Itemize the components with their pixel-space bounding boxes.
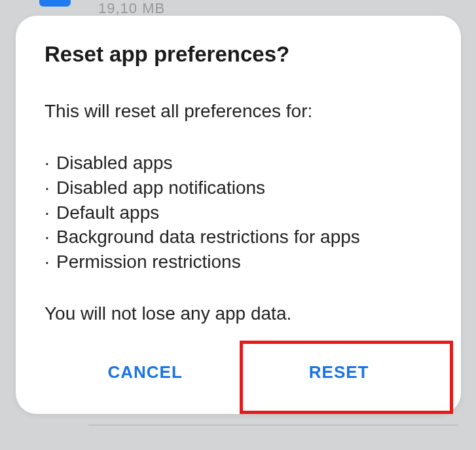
dialog-button-row: CANCEL RESET: [45, 343, 432, 414]
bullet-icon: ·: [45, 250, 56, 274]
list-item: · Disabled app notifications: [45, 176, 432, 200]
bullet-icon: ·: [45, 151, 56, 176]
dialog-intro-text: This will reset all preferences for:: [45, 101, 432, 122]
list-item: · Permission restrictions: [45, 250, 432, 274]
reset-items-list: · Disabled apps · Disabled app notificat…: [45, 151, 432, 274]
bullet-icon: ·: [45, 176, 56, 200]
background-divider: [88, 424, 458, 426]
bullet-icon: ·: [45, 200, 56, 225]
dialog-footnote: You will not lose any app data.: [45, 303, 432, 324]
bullet-icon: ·: [45, 225, 56, 250]
cancel-button[interactable]: CANCEL: [81, 350, 208, 394]
list-item-text: Disabled apps: [56, 151, 172, 176]
background-size-text: 19,10 MB: [98, 0, 165, 17]
list-item-text: Background data restrictions for apps: [56, 225, 360, 250]
list-item: · Disabled apps: [45, 151, 432, 176]
reset-preferences-dialog: Reset app preferences? This will reset a…: [16, 16, 461, 414]
dialog-title: Reset app preferences?: [45, 42, 432, 67]
list-item-text: Permission restrictions: [56, 250, 241, 274]
list-item-text: Default apps: [56, 200, 159, 225]
list-item: · Default apps: [45, 200, 432, 225]
list-item: · Background data restrictions for apps: [45, 225, 432, 250]
reset-button[interactable]: RESET: [283, 350, 395, 394]
app-icon-partial: [39, 0, 71, 7]
list-item-text: Disabled app notifications: [56, 176, 265, 200]
